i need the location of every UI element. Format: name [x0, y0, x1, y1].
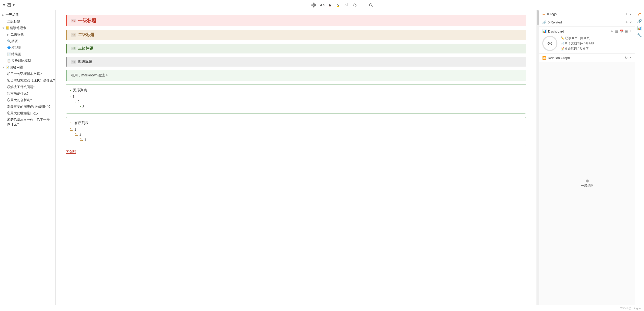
- h1-text: 一级标题: [78, 18, 96, 24]
- sidebar-item-q6[interactable]: ⑥最重要的图表(数据)是哪个?: [0, 103, 55, 110]
- sidebar-item-heading2-sub[interactable]: ▶ 二级标题: [0, 31, 55, 38]
- svg-line-22: [372, 6, 373, 7]
- stat-read: ✏️ 已读 0 页 / 共 0 页: [560, 36, 594, 40]
- ol-num-icon: 1.: [70, 127, 73, 131]
- ul-item-3-text: 3: [83, 105, 85, 109]
- tags-actions: ＋ ∨: [625, 12, 632, 16]
- svg-text:A: A: [329, 3, 331, 7]
- sidebar-item-jingdu[interactable]: ▼ 📒 精读笔记卡: [0, 25, 55, 31]
- ol-item-2-text: 2: [80, 132, 82, 136]
- tools-panel-icon[interactable]: 🔧: [637, 33, 642, 38]
- ul-item-1: ▪ 1: [70, 95, 522, 99]
- sidebar-item-label: ⑤最大的创新点?: [0, 98, 32, 102]
- sidebar-item-q1[interactable]: ①用一句话概括本文吗?: [0, 71, 55, 77]
- relation-title: 🔀 Relation Graph: [542, 56, 625, 60]
- progress-circle: 0%: [542, 36, 557, 51]
- model-icon: 🔷: [0, 46, 11, 49]
- underline-section: 下划线: [66, 150, 526, 157]
- ul-item-1-text: 1: [72, 95, 74, 99]
- dashboard-collapse-icon[interactable]: ∧: [629, 30, 632, 33]
- sidebar-item-heading1[interactable]: ▶ 一级标题: [0, 12, 55, 18]
- sidebar-item-label: ③解决了什么问题?: [0, 85, 35, 89]
- font-color-icon[interactable]: A: [328, 3, 333, 7]
- h3-badge: H3: [71, 47, 76, 50]
- save-dropdown-icon[interactable]: ▾: [13, 3, 15, 7]
- sidebar-item-heading2[interactable]: 二级标题: [0, 18, 55, 25]
- graph-node-label: 一级标题: [581, 183, 593, 188]
- tag-icon: 🏷: [542, 12, 546, 16]
- relation-title-text: Relation Graph: [548, 56, 570, 60]
- heading1-block: H1 一级标题: [66, 15, 526, 26]
- heading3-block: H3 三级标题: [66, 44, 526, 53]
- network-icon[interactable]: [311, 3, 316, 8]
- editor-area[interactable]: H1 一级标题 H2 二级标题 H3 三级标题 H4 四级标题 引用，markd…: [56, 10, 536, 305]
- ol-num-icon: 1.: [80, 137, 83, 142]
- sidebar-item-label: 精读笔记卡: [10, 26, 26, 30]
- ol-item-2: 1. 2: [70, 132, 522, 136]
- sidebar-item-model[interactable]: 🔷 模型图: [0, 44, 55, 51]
- dashboard-table-icon[interactable]: ▦: [615, 30, 618, 33]
- sidebar-item-abstract[interactable]: 🔍 摘要: [0, 38, 55, 44]
- sidebar-item-q4[interactable]: ④方法是什么?: [0, 90, 55, 97]
- svg-rect-15: [337, 6, 339, 7]
- h4-text: 四级标题: [78, 60, 92, 64]
- text-format-icon[interactable]: A: [344, 3, 349, 7]
- sidebar-item-qa[interactable]: ▼ 📝 回答问题: [0, 64, 55, 71]
- dashboard-chart-icon[interactable]: ≋: [611, 30, 613, 33]
- sidebar-item-experiment[interactable]: 📋 实验对比模型: [0, 58, 55, 64]
- relation-collapse-icon[interactable]: ∧: [629, 56, 632, 60]
- experiment-icon: 📋: [0, 59, 11, 63]
- relation-refresh-icon[interactable]: ↻: [625, 56, 628, 60]
- tags-row: 🏷 0 Tags ＋ ∨: [539, 10, 635, 18]
- sidebar-item-label: 模型图: [11, 45, 21, 50]
- search-icon[interactable]: [369, 3, 373, 7]
- sidebar-item-result[interactable]: 📊 结果图: [0, 51, 55, 58]
- svg-point-7: [313, 6, 314, 7]
- sidebar-item-q3[interactable]: ③解决了什么问题?: [0, 84, 55, 90]
- relation-graph-canvas: 一级标题: [539, 62, 635, 305]
- tags-add-icon[interactable]: ＋: [625, 12, 628, 16]
- dashboard-icon: 📊: [542, 29, 547, 33]
- dashboard-title: Dashboard: [548, 30, 611, 33]
- more-icon[interactable]: ···: [638, 3, 641, 7]
- ul-bullet-icon: ▪: [70, 95, 71, 99]
- dashboard-panel-icon[interactable]: 📊: [637, 26, 642, 31]
- sidebar-item-q5[interactable]: ⑤最大的创新点?: [0, 97, 55, 103]
- related-title: 🔗 0 Related: [542, 20, 625, 24]
- sidebar-item-q8[interactable]: ⑧若你是本文一作，你下一步做什么?: [0, 117, 55, 128]
- dashboard-calendar-icon[interactable]: 📅: [620, 30, 624, 33]
- relation-actions: ↻ ∧: [625, 56, 632, 60]
- ul-item-3: ▪ 3: [70, 105, 522, 109]
- dashboard-filter-icon[interactable]: ⊞: [625, 30, 628, 33]
- sidebar-item-label: 实验对比模型: [11, 59, 31, 63]
- save-icon[interactable]: [7, 3, 11, 7]
- graph-dot: [586, 179, 589, 182]
- stat-read-text: 已读 0 页 / 共 0 页: [565, 36, 590, 40]
- tags-panel-icon[interactable]: 🏷: [638, 12, 641, 16]
- sidebar-item-label: ④方法是什么?: [0, 91, 29, 96]
- editor-scroll-thumb[interactable]: [537, 10, 539, 25]
- list-icon[interactable]: [360, 3, 365, 7]
- sidebar-item-q7[interactable]: ⑦最大的纰漏是什么?: [0, 110, 55, 117]
- tags-expand-icon[interactable]: ∨: [629, 12, 632, 16]
- dashboard-section: 📊 Dashboard ≋ ▦ 📅 ⊞ ∧ 0%: [539, 27, 635, 54]
- svg-rect-1: [8, 3, 10, 5]
- related-icon: 🔗: [542, 20, 546, 24]
- related-panel-icon[interactable]: 🔗: [637, 19, 642, 23]
- sidebar-item-q2[interactable]: ②当前研究难点（现状）是什么?: [0, 77, 55, 84]
- font-icon[interactable]: Aa: [320, 3, 325, 7]
- highlight-icon[interactable]: A: [336, 3, 341, 7]
- ordered-list-label: 有序列表: [74, 121, 89, 125]
- related-add-icon[interactable]: ＋: [625, 20, 628, 24]
- dropdown-icon[interactable]: ▾: [3, 3, 5, 7]
- related-actions: ＋ ∨: [625, 20, 632, 24]
- notebook-icon: 📒: [6, 26, 9, 30]
- arrow-icon: ▶: [0, 33, 9, 36]
- link-icon[interactable]: [352, 3, 357, 7]
- related-expand-icon[interactable]: ∨: [629, 20, 632, 24]
- editor-scrollbar[interactable]: [536, 10, 539, 305]
- h2-text: 二级标题: [78, 32, 94, 38]
- sidebar-item-label: 一级标题: [6, 13, 19, 17]
- stat-notes-text: 0 条笔记 / 共 0 字: [565, 47, 589, 51]
- unordered-list-label: 无序列表: [73, 88, 87, 93]
